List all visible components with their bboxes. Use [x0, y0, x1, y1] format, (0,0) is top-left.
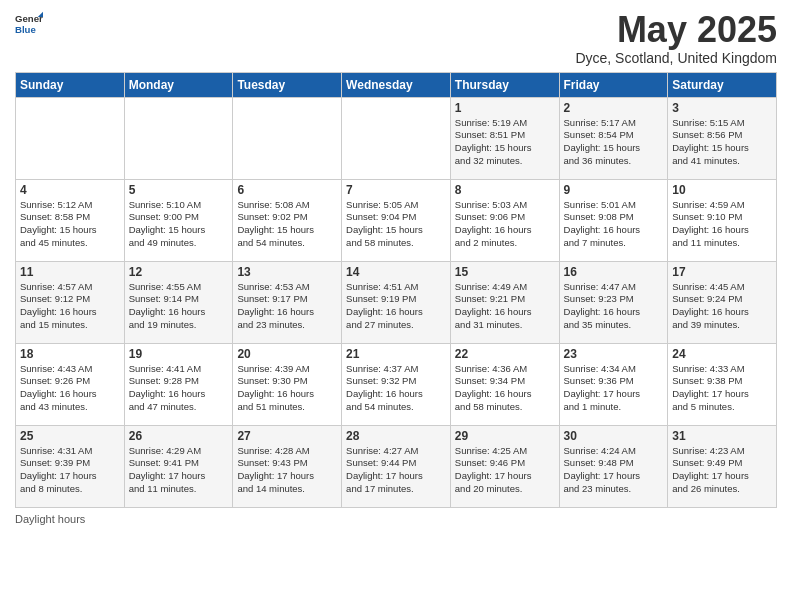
page-container: General Blue May 2025 Dyce, Scotland, Un… — [0, 0, 792, 535]
day-number: 22 — [455, 347, 555, 361]
day-number: 15 — [455, 265, 555, 279]
cell-content: Sunrise: 4:36 AM Sunset: 9:34 PM Dayligh… — [455, 363, 555, 414]
calendar-cell: 1Sunrise: 5:19 AM Sunset: 8:51 PM Daylig… — [450, 97, 559, 179]
header: General Blue May 2025 Dyce, Scotland, Un… — [15, 10, 777, 66]
col-header-tuesday: Tuesday — [233, 72, 342, 97]
col-header-saturday: Saturday — [668, 72, 777, 97]
cell-content: Sunrise: 5:05 AM Sunset: 9:04 PM Dayligh… — [346, 199, 446, 250]
week-row-3: 18Sunrise: 4:43 AM Sunset: 9:26 PM Dayli… — [16, 343, 777, 425]
day-number: 2 — [564, 101, 664, 115]
calendar-cell: 29Sunrise: 4:25 AM Sunset: 9:46 PM Dayli… — [450, 425, 559, 507]
cell-content: Sunrise: 4:51 AM Sunset: 9:19 PM Dayligh… — [346, 281, 446, 332]
cell-content: Sunrise: 4:59 AM Sunset: 9:10 PM Dayligh… — [672, 199, 772, 250]
calendar-cell: 12Sunrise: 4:55 AM Sunset: 9:14 PM Dayli… — [124, 261, 233, 343]
calendar-cell: 8Sunrise: 5:03 AM Sunset: 9:06 PM Daylig… — [450, 179, 559, 261]
day-number: 4 — [20, 183, 120, 197]
col-header-thursday: Thursday — [450, 72, 559, 97]
calendar-cell: 24Sunrise: 4:33 AM Sunset: 9:38 PM Dayli… — [668, 343, 777, 425]
cell-content: Sunrise: 4:34 AM Sunset: 9:36 PM Dayligh… — [564, 363, 664, 414]
calendar-cell: 18Sunrise: 4:43 AM Sunset: 9:26 PM Dayli… — [16, 343, 125, 425]
calendar-cell: 22Sunrise: 4:36 AM Sunset: 9:34 PM Dayli… — [450, 343, 559, 425]
calendar-cell — [342, 97, 451, 179]
header-row: SundayMondayTuesdayWednesdayThursdayFrid… — [16, 72, 777, 97]
day-number: 7 — [346, 183, 446, 197]
cell-content: Sunrise: 4:25 AM Sunset: 9:46 PM Dayligh… — [455, 445, 555, 496]
day-number: 8 — [455, 183, 555, 197]
svg-text:General: General — [15, 13, 43, 24]
calendar-cell: 27Sunrise: 4:28 AM Sunset: 9:43 PM Dayli… — [233, 425, 342, 507]
week-row-1: 4Sunrise: 5:12 AM Sunset: 8:58 PM Daylig… — [16, 179, 777, 261]
cell-content: Sunrise: 5:19 AM Sunset: 8:51 PM Dayligh… — [455, 117, 555, 168]
week-row-4: 25Sunrise: 4:31 AM Sunset: 9:39 PM Dayli… — [16, 425, 777, 507]
cell-content: Sunrise: 4:31 AM Sunset: 9:39 PM Dayligh… — [20, 445, 120, 496]
cell-content: Sunrise: 4:49 AM Sunset: 9:21 PM Dayligh… — [455, 281, 555, 332]
calendar-cell: 4Sunrise: 5:12 AM Sunset: 8:58 PM Daylig… — [16, 179, 125, 261]
calendar-cell: 5Sunrise: 5:10 AM Sunset: 9:00 PM Daylig… — [124, 179, 233, 261]
cell-content: Sunrise: 4:28 AM Sunset: 9:43 PM Dayligh… — [237, 445, 337, 496]
day-number: 13 — [237, 265, 337, 279]
calendar-cell: 31Sunrise: 4:23 AM Sunset: 9:49 PM Dayli… — [668, 425, 777, 507]
day-number: 3 — [672, 101, 772, 115]
calendar-cell: 28Sunrise: 4:27 AM Sunset: 9:44 PM Dayli… — [342, 425, 451, 507]
cell-content: Sunrise: 5:10 AM Sunset: 9:00 PM Dayligh… — [129, 199, 229, 250]
cell-content: Sunrise: 4:33 AM Sunset: 9:38 PM Dayligh… — [672, 363, 772, 414]
location-title: Dyce, Scotland, United Kingdom — [575, 50, 777, 66]
calendar-cell: 14Sunrise: 4:51 AM Sunset: 9:19 PM Dayli… — [342, 261, 451, 343]
calendar-cell: 20Sunrise: 4:39 AM Sunset: 9:30 PM Dayli… — [233, 343, 342, 425]
cell-content: Sunrise: 4:43 AM Sunset: 9:26 PM Dayligh… — [20, 363, 120, 414]
day-number: 1 — [455, 101, 555, 115]
calendar-cell — [124, 97, 233, 179]
calendar-cell: 13Sunrise: 4:53 AM Sunset: 9:17 PM Dayli… — [233, 261, 342, 343]
calendar-cell: 30Sunrise: 4:24 AM Sunset: 9:48 PM Dayli… — [559, 425, 668, 507]
calendar-cell: 16Sunrise: 4:47 AM Sunset: 9:23 PM Dayli… — [559, 261, 668, 343]
day-number: 26 — [129, 429, 229, 443]
day-number: 27 — [237, 429, 337, 443]
col-header-sunday: Sunday — [16, 72, 125, 97]
calendar-cell: 7Sunrise: 5:05 AM Sunset: 9:04 PM Daylig… — [342, 179, 451, 261]
day-number: 9 — [564, 183, 664, 197]
day-number: 12 — [129, 265, 229, 279]
cell-content: Sunrise: 4:45 AM Sunset: 9:24 PM Dayligh… — [672, 281, 772, 332]
day-number: 20 — [237, 347, 337, 361]
cell-content: Sunrise: 4:24 AM Sunset: 9:48 PM Dayligh… — [564, 445, 664, 496]
calendar-cell: 6Sunrise: 5:08 AM Sunset: 9:02 PM Daylig… — [233, 179, 342, 261]
cell-content: Sunrise: 4:23 AM Sunset: 9:49 PM Dayligh… — [672, 445, 772, 496]
week-row-0: 1Sunrise: 5:19 AM Sunset: 8:51 PM Daylig… — [16, 97, 777, 179]
cell-content: Sunrise: 5:03 AM Sunset: 9:06 PM Dayligh… — [455, 199, 555, 250]
cell-content: Sunrise: 5:15 AM Sunset: 8:56 PM Dayligh… — [672, 117, 772, 168]
calendar-cell: 11Sunrise: 4:57 AM Sunset: 9:12 PM Dayli… — [16, 261, 125, 343]
month-title: May 2025 — [575, 10, 777, 50]
calendar-cell: 9Sunrise: 5:01 AM Sunset: 9:08 PM Daylig… — [559, 179, 668, 261]
cell-content: Sunrise: 5:01 AM Sunset: 9:08 PM Dayligh… — [564, 199, 664, 250]
calendar-cell: 19Sunrise: 4:41 AM Sunset: 9:28 PM Dayli… — [124, 343, 233, 425]
day-number: 21 — [346, 347, 446, 361]
col-header-friday: Friday — [559, 72, 668, 97]
title-block: May 2025 Dyce, Scotland, United Kingdom — [575, 10, 777, 66]
cell-content: Sunrise: 4:41 AM Sunset: 9:28 PM Dayligh… — [129, 363, 229, 414]
day-number: 23 — [564, 347, 664, 361]
logo: General Blue — [15, 10, 43, 38]
cell-content: Sunrise: 4:53 AM Sunset: 9:17 PM Dayligh… — [237, 281, 337, 332]
calendar-table: SundayMondayTuesdayWednesdayThursdayFrid… — [15, 72, 777, 508]
week-row-2: 11Sunrise: 4:57 AM Sunset: 9:12 PM Dayli… — [16, 261, 777, 343]
day-number: 6 — [237, 183, 337, 197]
cell-content: Sunrise: 4:37 AM Sunset: 9:32 PM Dayligh… — [346, 363, 446, 414]
calendar-cell — [16, 97, 125, 179]
logo-icon: General Blue — [15, 10, 43, 38]
svg-text:Blue: Blue — [15, 24, 36, 35]
day-number: 31 — [672, 429, 772, 443]
calendar-cell: 25Sunrise: 4:31 AM Sunset: 9:39 PM Dayli… — [16, 425, 125, 507]
cell-content: Sunrise: 4:47 AM Sunset: 9:23 PM Dayligh… — [564, 281, 664, 332]
day-number: 25 — [20, 429, 120, 443]
day-number: 30 — [564, 429, 664, 443]
cell-content: Sunrise: 4:29 AM Sunset: 9:41 PM Dayligh… — [129, 445, 229, 496]
day-number: 10 — [672, 183, 772, 197]
cell-content: Sunrise: 5:12 AM Sunset: 8:58 PM Dayligh… — [20, 199, 120, 250]
calendar-cell: 21Sunrise: 4:37 AM Sunset: 9:32 PM Dayli… — [342, 343, 451, 425]
cell-content: Sunrise: 5:08 AM Sunset: 9:02 PM Dayligh… — [237, 199, 337, 250]
cell-content: Sunrise: 4:27 AM Sunset: 9:44 PM Dayligh… — [346, 445, 446, 496]
cell-content: Sunrise: 5:17 AM Sunset: 8:54 PM Dayligh… — [564, 117, 664, 168]
col-header-wednesday: Wednesday — [342, 72, 451, 97]
calendar-cell: 23Sunrise: 4:34 AM Sunset: 9:36 PM Dayli… — [559, 343, 668, 425]
footer-label: Daylight hours — [15, 513, 777, 525]
